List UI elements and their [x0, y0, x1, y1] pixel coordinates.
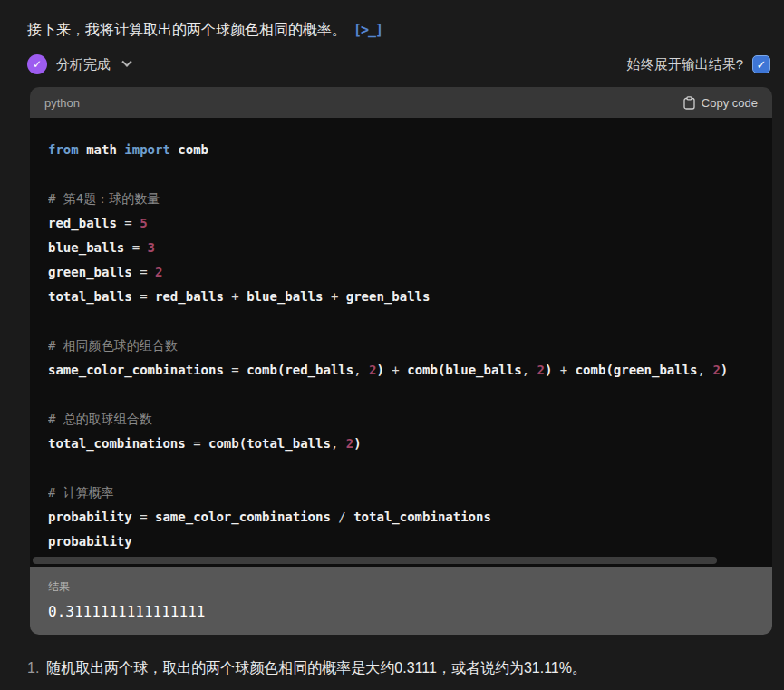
always-expand-output-label: 始终展开输出结果?: [627, 56, 743, 73]
analysis-status-label: 分析完成: [56, 56, 111, 73]
chevron-down-icon: [121, 57, 131, 67]
conclusion-text: 随机取出两个球，取出的两个球颜色相同的概率是大约0.3111，或者说约为31.1…: [46, 658, 586, 678]
code-content: from math import comb # 第4题：球的数量red_ball…: [48, 138, 754, 554]
copy-code-button[interactable]: Copy code: [683, 96, 758, 110]
horizontal-scrollbar-thumb[interactable]: [33, 557, 717, 564]
list-item-number: 1.: [27, 658, 39, 678]
always-expand-output-checkbox[interactable]: ✓: [752, 55, 770, 73]
analysis-expander[interactable]: ✓ 分析完成: [27, 54, 131, 74]
language-label: python: [44, 96, 80, 110]
code-card: python Copy code from math import comb #…: [30, 87, 772, 635]
output-toggle-group: 始终展开输出结果? ✓: [627, 55, 770, 73]
analysis-complete-check-icon: ✓: [27, 54, 47, 74]
code-interpreter-icon[interactable]: [>_]: [353, 20, 382, 40]
clipboard-icon: [683, 96, 695, 110]
code-body: from math import comb # 第4题：球的数量red_ball…: [30, 118, 772, 556]
result-panel: 结果 0.3111111111111111: [30, 567, 772, 635]
assistant-message: 接下来，我将计算取出的两个球颜色相同的概率。 [>_]: [27, 20, 770, 40]
checkbox-check-icon: ✓: [757, 58, 767, 72]
result-value: 0.3111111111111111: [48, 603, 754, 620]
conclusion-list-item: 1. 随机取出两个球，取出的两个球颜色相同的概率是大约0.3111，或者说约为3…: [27, 658, 770, 678]
code-card-header: python Copy code: [30, 87, 772, 118]
analysis-status-row: ✓ 分析完成 始终展开输出结果? ✓: [27, 54, 770, 74]
message-text: 接下来，我将计算取出的两个球颜色相同的概率。: [27, 20, 346, 40]
result-label: 结果: [48, 579, 754, 595]
horizontal-scrollbar-track: [30, 556, 772, 567]
copy-code-label: Copy code: [702, 96, 758, 110]
